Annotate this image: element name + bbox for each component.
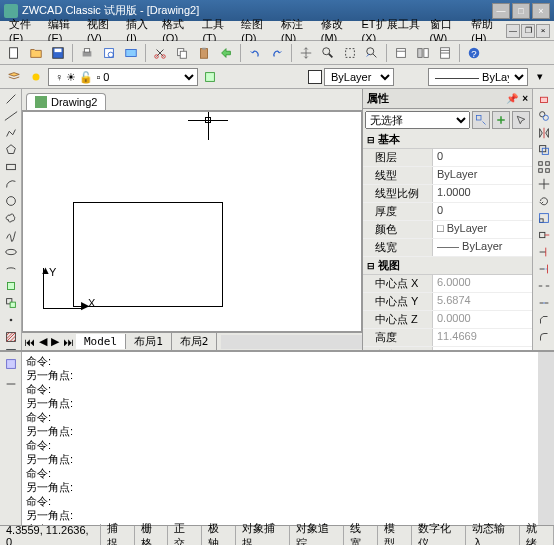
command-scrollbar[interactable]: [538, 352, 554, 525]
status-toggle[interactable]: 数字化仪: [412, 526, 466, 545]
coord-display[interactable]: 4.3559, 11.2636, 0: [0, 524, 101, 546]
help-button[interactable]: ?: [464, 43, 484, 63]
tool-palette-button[interactable]: [435, 43, 455, 63]
status-toggle[interactable]: 对象捕捉: [236, 526, 290, 545]
close-button[interactable]: ×: [532, 3, 550, 19]
xline-tool[interactable]: [2, 108, 20, 124]
print-preview-button[interactable]: [99, 43, 119, 63]
zoom-previous-button[interactable]: [362, 43, 382, 63]
pin-icon[interactable]: 📌: [506, 93, 518, 104]
new-button[interactable]: [4, 43, 24, 63]
tab-nav-last[interactable]: ⏭: [61, 336, 76, 348]
prop-row[interactable]: 中心点 Z0.0000: [363, 311, 532, 329]
open-button[interactable]: [26, 43, 46, 63]
join-tool[interactable]: [534, 295, 554, 311]
offset-tool[interactable]: [534, 142, 554, 158]
prop-row[interactable]: 中心点 X6.0000: [363, 275, 532, 293]
doc-close-button[interactable]: ×: [536, 24, 550, 38]
copy-button[interactable]: [172, 43, 192, 63]
selection-combo[interactable]: 无选择: [365, 111, 470, 129]
insert-block-tool[interactable]: [2, 278, 20, 294]
prop-group-header[interactable]: 视图: [363, 257, 532, 275]
prop-row[interactable]: 线型ByLayer: [363, 167, 532, 185]
status-toggle[interactable]: 正交: [168, 526, 202, 545]
prop-value[interactable]: 5.6874: [433, 293, 532, 310]
tab-nav-prev[interactable]: ◀: [37, 335, 49, 348]
prop-value[interactable]: —— ByLayer: [433, 239, 532, 256]
trim-tool[interactable]: [534, 244, 554, 260]
command-log[interactable]: 命令:另一角点:命令:另一角点:命令:另一角点:命令:另一角点:命令:另一角点:…: [22, 352, 538, 525]
polygon-tool[interactable]: [2, 142, 20, 158]
stretch-tool[interactable]: [534, 227, 554, 243]
copy-obj-tool[interactable]: [534, 108, 554, 124]
color-swatch[interactable]: [308, 70, 322, 84]
tab-nav-next[interactable]: ▶: [49, 335, 61, 348]
prop-value[interactable]: 11.4669: [433, 329, 532, 346]
status-toggle[interactable]: 就绪: [520, 526, 554, 545]
h-scrollbar[interactable]: [221, 335, 362, 349]
point-tool[interactable]: [2, 312, 20, 328]
match-button[interactable]: [216, 43, 236, 63]
ellipse-arc-tool[interactable]: [2, 261, 20, 277]
status-toggle[interactable]: 捕捉: [101, 526, 135, 545]
pline-tool[interactable]: [2, 125, 20, 141]
zoom-window-button[interactable]: [340, 43, 360, 63]
layer-states-button[interactable]: [200, 67, 220, 87]
spline-tool[interactable]: [2, 227, 20, 243]
status-toggle[interactable]: 对象追踪: [290, 526, 344, 545]
layer-props-button[interactable]: [4, 67, 24, 87]
lineweight-button[interactable]: ▾: [530, 67, 550, 87]
status-toggle[interactable]: 栅格: [135, 526, 169, 545]
cmd-tool-2[interactable]: [1, 374, 21, 394]
extend-tool[interactable]: [534, 261, 554, 277]
drawing-canvas[interactable]: ▲ Y X ▶: [22, 111, 362, 332]
prop-group-header[interactable]: 基本: [363, 131, 532, 149]
prop-row[interactable]: 颜色□ ByLayer: [363, 221, 532, 239]
prop-value[interactable]: 1.0000: [433, 185, 532, 202]
layer-combo[interactable]: ♀ ☀ 🔓 ▫ 0: [48, 68, 198, 86]
revcloud-tool[interactable]: [2, 210, 20, 226]
prop-value[interactable]: ByLayer: [433, 167, 532, 184]
drawn-rectangle[interactable]: [73, 202, 223, 307]
prop-value[interactable]: 0.0000: [433, 311, 532, 328]
status-toggle[interactable]: 线宽: [344, 526, 378, 545]
tab-nav-first[interactable]: ⏮: [22, 336, 37, 348]
plot-button[interactable]: [121, 43, 141, 63]
make-block-tool[interactable]: [2, 295, 20, 311]
circle-tool[interactable]: [2, 193, 20, 209]
status-toggle[interactable]: 动态输入: [466, 526, 520, 545]
redo-button[interactable]: [267, 43, 287, 63]
pickadd-button[interactable]: [492, 111, 510, 129]
prop-value[interactable]: 0: [433, 203, 532, 220]
erase-tool[interactable]: [534, 91, 554, 107]
document-tab[interactable]: Drawing2: [26, 93, 106, 110]
status-toggle[interactable]: 极轴: [202, 526, 236, 545]
line-tool[interactable]: [2, 91, 20, 107]
layer-thaw-icon[interactable]: [26, 67, 46, 87]
undo-button[interactable]: [245, 43, 265, 63]
select-objects-button[interactable]: [512, 111, 530, 129]
color-combo[interactable]: ByLayer: [324, 68, 394, 86]
prop-row[interactable]: 厚度0: [363, 203, 532, 221]
maximize-button[interactable]: □: [512, 3, 530, 19]
model-tab[interactable]: Model: [76, 334, 126, 349]
panel-close-icon[interactable]: ×: [522, 93, 528, 104]
prop-row[interactable]: 中心点 Y5.6874: [363, 293, 532, 311]
layout2-tab[interactable]: 布局2: [172, 333, 218, 350]
pan-button[interactable]: [296, 43, 316, 63]
hatch-tool[interactable]: [2, 329, 20, 345]
move-tool[interactable]: [534, 176, 554, 192]
doc-restore-button[interactable]: ❐: [521, 24, 535, 38]
prop-row[interactable]: 线宽—— ByLayer: [363, 239, 532, 257]
array-tool[interactable]: [534, 159, 554, 175]
prop-value[interactable]: 0: [433, 149, 532, 166]
zoom-realtime-button[interactable]: [318, 43, 338, 63]
print-button[interactable]: [77, 43, 97, 63]
prop-row[interactable]: 图层0: [363, 149, 532, 167]
rectangle-tool[interactable]: [2, 159, 20, 175]
save-button[interactable]: [48, 43, 68, 63]
quick-select-button[interactable]: [472, 111, 490, 129]
chamfer-tool[interactable]: [534, 312, 554, 328]
fillet-tool[interactable]: [534, 329, 554, 345]
ellipse-tool[interactable]: [2, 244, 20, 260]
